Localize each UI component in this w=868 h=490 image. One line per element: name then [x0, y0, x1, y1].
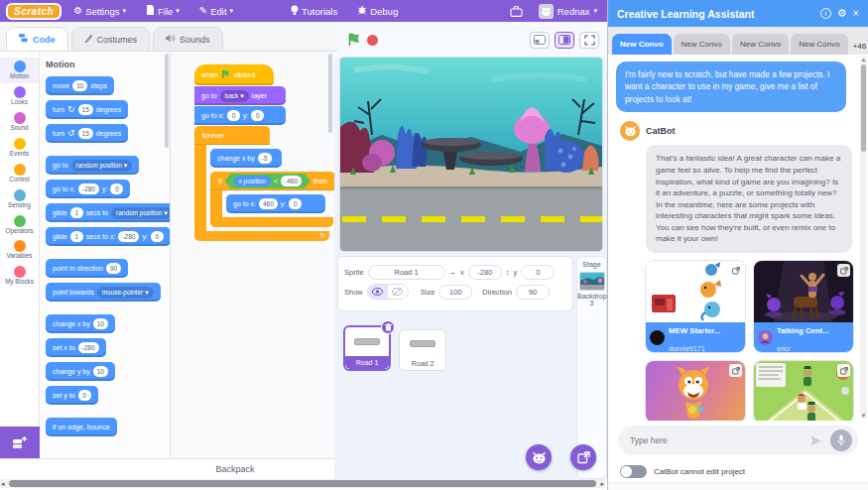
- tab-sounds[interactable]: Sounds: [153, 27, 223, 51]
- add-extension-button[interactable]: [0, 427, 40, 458]
- size-input[interactable]: 100: [438, 285, 472, 300]
- stop-button[interactable]: [363, 31, 381, 49]
- stage-display[interactable]: [340, 58, 602, 251]
- block-goto-xy[interactable]: go to x:-280y:0: [46, 180, 130, 198]
- category-control[interactable]: Control: [0, 161, 39, 186]
- block-change-x[interactable]: change x by10: [46, 314, 115, 333]
- category-variables[interactable]: Variables: [0, 237, 39, 263]
- mic-icon[interactable]: [830, 429, 852, 451]
- large-stage-button[interactable]: [555, 32, 574, 49]
- close-icon[interactable]: ×: [853, 8, 859, 19]
- catbot-floating-button[interactable]: [526, 444, 552, 470]
- bot-message: That's a fantastic idea! A great charact…: [646, 145, 852, 253]
- external-link-icon[interactable]: [837, 264, 850, 277]
- script-goto-layer[interactable]: go toback▾layer: [194, 86, 286, 105]
- menu-edit[interactable]: ✎ Edit ▾: [191, 4, 241, 19]
- project-card-baseball[interactable]: [754, 361, 853, 421]
- palette-scrollbar[interactable]: [165, 54, 169, 148]
- fullscreen-button[interactable]: [579, 32, 599, 49]
- sprite-item-road1[interactable]: Road 1: [343, 325, 391, 371]
- show-sprite-button[interactable]: [368, 285, 388, 299]
- block-palette: Motion move10steps turn↻15degrees turn↺1…: [40, 52, 171, 458]
- project-card-cat[interactable]: [646, 361, 745, 421]
- script-forever[interactable]: forever change x by-5 ifx position<-460t…: [194, 126, 334, 241]
- chat-scrollbar[interactable]: ▲▼: [860, 57, 867, 419]
- menu-file[interactable]: File ▾: [138, 3, 187, 19]
- info-icon[interactable]: i: [820, 8, 831, 19]
- horizontal-scrollbar[interactable]: ◂▸: [0, 479, 605, 488]
- block-set-y[interactable]: set y to0: [46, 386, 98, 405]
- block-glide[interactable]: glide1secs torandom position▾: [46, 203, 171, 222]
- backpack-icon[interactable]: [502, 4, 531, 19]
- size-label: Size: [421, 288, 435, 297]
- x-value-input[interactable]: -280: [468, 265, 502, 280]
- block-turn-ccw[interactable]: turn↺15degrees: [46, 124, 128, 143]
- convo-tab-1[interactable]: New Convo: [612, 34, 672, 55]
- category-sensing[interactable]: Sensing: [0, 186, 39, 212]
- block-change-y[interactable]: change y by10: [46, 362, 115, 381]
- block-point-direction[interactable]: point in direction90: [46, 259, 128, 278]
- tab-code[interactable]: Code: [6, 27, 68, 51]
- x-position-reporter[interactable]: x position: [234, 176, 271, 186]
- green-flag-icon: [221, 69, 231, 80]
- block-point-towards[interactable]: point towardsmouse-pointer▾: [46, 283, 161, 302]
- script-when-flag[interactable]: whenclicked: [194, 64, 274, 85]
- category-operators[interactable]: Operators: [0, 212, 39, 238]
- open-project-floating-button[interactable]: [570, 444, 596, 470]
- menu-debug[interactable]: Debug: [349, 3, 406, 19]
- direction-input[interactable]: 90: [516, 285, 550, 300]
- category-motion[interactable]: Motion: [0, 58, 39, 83]
- convo-tab-3[interactable]: New Convo: [732, 34, 789, 55]
- scroll-right-icon[interactable]: ▸: [599, 480, 605, 488]
- block-glide-xy[interactable]: glide1secs to x:-280y:0: [46, 227, 171, 246]
- hide-sprite-button[interactable]: [388, 285, 408, 299]
- block-goto[interactable]: go torandom position▾: [46, 156, 139, 175]
- block-bounce[interactable]: if on edge, bounce: [46, 418, 117, 436]
- y-value-input[interactable]: 0: [521, 265, 555, 280]
- menu-tutorials[interactable]: Tutorials: [283, 3, 345, 20]
- block-set-x[interactable]: set x to-280: [46, 338, 106, 357]
- script-if[interactable]: ifx position<-460then go to x:460y:0: [210, 172, 334, 227]
- tab-overflow-count[interactable]: +46: [850, 42, 868, 55]
- sprite-name-input[interactable]: [368, 265, 445, 280]
- category-sound[interactable]: Sound: [0, 109, 39, 135]
- project-card-centaur[interactable]: Talking Cent...ericr: [754, 261, 853, 352]
- account-menu[interactable]: Rednax ▾: [535, 3, 601, 20]
- external-link-icon[interactable]: [837, 364, 850, 377]
- send-icon[interactable]: [806, 430, 825, 450]
- category-myblocks[interactable]: My Blocks: [0, 263, 39, 289]
- road-sprite-thumbnail: [354, 338, 380, 345]
- convo-tab-2[interactable]: New Convo: [674, 34, 730, 55]
- external-link-icon[interactable]: [729, 364, 742, 377]
- gear-icon[interactable]: ⚙: [837, 8, 847, 19]
- turn-cw-icon: ↻: [67, 105, 75, 114]
- external-link-icon[interactable]: [729, 264, 742, 277]
- scroll-up-icon[interactable]: ▲: [861, 57, 867, 62]
- operator-less-than[interactable]: x position<-460: [225, 174, 311, 188]
- chevron-down-icon: ▾: [164, 207, 168, 219]
- script-change-x[interactable]: change x by-5: [210, 149, 282, 168]
- chevron-down-icon: ▾: [240, 90, 244, 102]
- scroll-down-icon[interactable]: ▼: [861, 413, 867, 419]
- palette-header: Motion: [46, 60, 170, 69]
- chat-input[interactable]: [630, 435, 801, 445]
- catbot-edit-toggle[interactable]: [620, 465, 647, 478]
- block-turn-cw[interactable]: turn↻15degrees: [46, 100, 128, 119]
- project-card-mew[interactable]: MEW Starter...donnie9171: [646, 261, 745, 352]
- convo-tab-4[interactable]: New Convo: [791, 34, 847, 55]
- menu-settings[interactable]: ⚙ Settings ▾: [65, 4, 134, 19]
- sprite-item-road2[interactable]: Road 2: [399, 329, 446, 371]
- script-goto-xy-2[interactable]: go to x:460y:0: [226, 194, 325, 213]
- category-events[interactable]: Events: [0, 135, 39, 161]
- workspace-scrollbar[interactable]: [328, 54, 332, 133]
- category-looks[interactable]: Looks: [0, 83, 39, 109]
- scroll-left-icon[interactable]: ◂: [0, 480, 6, 488]
- delete-sprite-button[interactable]: [381, 320, 395, 334]
- script-workspace[interactable]: whenclicked go toback▾layer go to x:0y:0…: [171, 52, 334, 458]
- code-tab-icon: [19, 34, 29, 45]
- script-goto-xy[interactable]: go to x:0y:0: [194, 106, 286, 125]
- small-stage-button[interactable]: [530, 32, 550, 49]
- green-flag-button[interactable]: [345, 31, 363, 49]
- block-move-steps[interactable]: move10steps: [46, 76, 114, 95]
- tab-costumes[interactable]: Costumes: [71, 27, 151, 51]
